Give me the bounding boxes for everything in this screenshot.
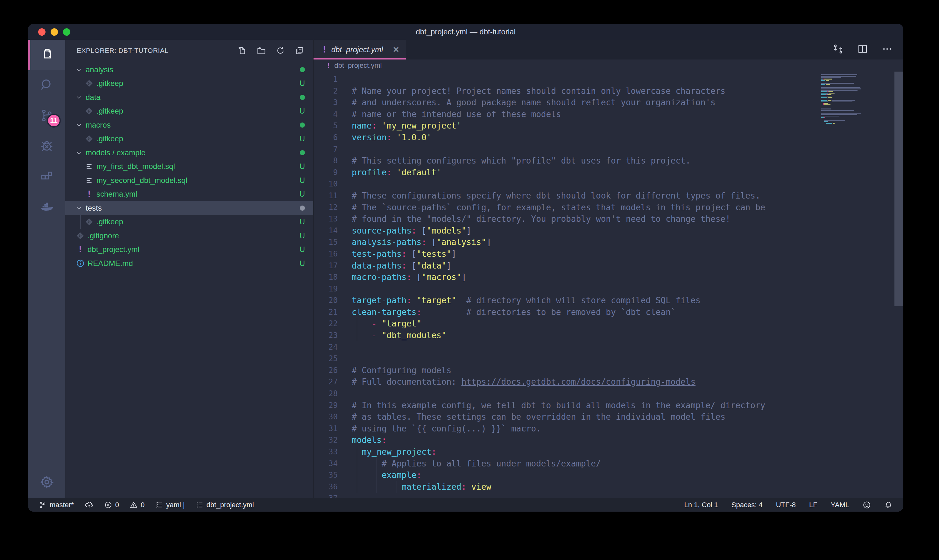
status-right-spaces-4[interactable]: Spaces: 4 (731, 501, 763, 509)
line-number: 35 (314, 469, 338, 481)
status-left-master[interactable]: master* (39, 501, 74, 509)
line-number: 34 (314, 458, 338, 470)
indent-guide (357, 446, 357, 492)
tree-folder-models-example[interactable]: models / example (65, 146, 313, 160)
tree-item-label: .gitkeep (97, 106, 300, 115)
sidebar-item-search[interactable] (28, 70, 65, 101)
chevron-down-icon[interactable] (74, 122, 84, 128)
tree-file-schema-yml[interactable]: !schema.ymlU (65, 188, 313, 202)
code-line-5: 5name: 'my_new_project' (314, 120, 904, 132)
breadcrumb[interactable]: ! dbt_project.yml (314, 60, 904, 72)
explorer-header: EXPLORER: DBT-TUTORIAL (65, 40, 313, 62)
status-right-utf-8[interactable]: UTF-8 (776, 501, 796, 509)
line-number: 9 (314, 167, 338, 178)
docker-icon (40, 200, 54, 216)
checklist-icon (196, 501, 203, 509)
line-number: 12 (314, 202, 338, 214)
tree-file--gitkeep[interactable]: .gitkeepU (65, 215, 313, 229)
sidebar-item-settings[interactable] (28, 468, 65, 498)
tree-file-dbt-project-yml[interactable]: !dbt_project.ymlU (65, 243, 313, 257)
code-line-16: 16test-paths: ["tests"] (314, 248, 904, 260)
tree-file-my-first-dbt-model-sql[interactable]: my_first_dbt_model.sqlU (65, 160, 313, 174)
line-number: 31 (314, 423, 338, 435)
git-status-badge: U (300, 79, 305, 88)
tree-folder-data[interactable]: data (65, 90, 313, 105)
tree-file-my-second-dbt-model-sql[interactable]: my_second_dbt_model.sqlU (65, 174, 313, 188)
bell-icon (884, 501, 893, 509)
chevron-down-icon[interactable] (74, 149, 84, 156)
status-label: 0 (141, 501, 145, 509)
status-left-cloud-upload[interactable] (85, 500, 94, 509)
line-number: 8 (314, 155, 338, 167)
code-line-36: 36 materialized: view (314, 481, 904, 493)
code-line-26: 26# Configuring models (314, 365, 904, 376)
sidebar-item-source-control[interactable]: 11 (28, 101, 65, 131)
status-left-0[interactable]: 0 (130, 501, 145, 509)
breadcrumb-file: dbt_project.yml (334, 62, 382, 70)
extensions-icon (40, 169, 54, 185)
status-right-smiley[interactable] (863, 501, 871, 509)
sidebar-item-extensions[interactable] (28, 162, 65, 192)
minimap[interactable] (821, 73, 894, 126)
line-number: 23 (314, 330, 338, 342)
close-tab-icon[interactable]: ✕ (393, 45, 399, 55)
tree-folder-analysis[interactable]: analysis (65, 63, 313, 77)
status-right-bell[interactable] (884, 501, 893, 509)
maximize-window-button[interactable] (63, 28, 70, 35)
info-file-icon (75, 259, 86, 268)
vertical-scrollbar[interactable] (894, 72, 904, 306)
chevron-down-icon[interactable] (74, 205, 84, 211)
chevron-down-icon[interactable] (74, 66, 84, 73)
line-number: 28 (314, 388, 338, 400)
more-actions-icon[interactable] (882, 44, 893, 56)
cloud-upload-icon (85, 500, 94, 509)
tree-file--gitkeep[interactable]: .gitkeepU (65, 105, 313, 118)
code-line-23: 23 - "dbt_modules" (314, 330, 904, 342)
new-file-icon[interactable] (237, 46, 247, 55)
code-line-4: 4# name or the intended use of these mod… (314, 109, 904, 120)
editor-actions (833, 40, 904, 60)
status-left-dbt-project-yml[interactable]: dbt_project.yml (196, 501, 254, 509)
status-label: YAML (831, 501, 849, 509)
split-editor-icon[interactable] (857, 44, 868, 55)
new-folder-icon[interactable] (257, 46, 266, 55)
tree-file-readme-md[interactable]: README.mdU (65, 257, 313, 271)
code-line-17: 17data-paths: ["data"] (314, 260, 904, 272)
tree-file--gitkeep[interactable]: .gitkeepU (65, 132, 313, 146)
tree-file--gitkeep[interactable]: .gitkeepU (65, 77, 313, 91)
error-circle-icon (105, 501, 112, 509)
minimize-window-button[interactable] (51, 28, 58, 35)
sidebar-item-docker[interactable] (28, 192, 65, 223)
line-number: 16 (314, 248, 338, 260)
status-left-0[interactable]: 0 (105, 501, 119, 509)
status-label: UTF-8 (776, 501, 796, 509)
code-line-30: 30# as tables. These settings can be ove… (314, 411, 904, 423)
yaml-file-icon: ! (322, 45, 327, 54)
git-file-icon (75, 232, 86, 240)
line-number: 1 (314, 74, 338, 85)
status-right-yaml[interactable]: YAML (831, 501, 849, 509)
tab-dbt-project-yml[interactable]: ! dbt_project.yml ✕ (314, 40, 406, 60)
tree-file--gitignore[interactable]: .gitignoreU (65, 229, 313, 243)
refresh-icon[interactable] (276, 46, 285, 55)
sidebar-item-explorer[interactable] (28, 40, 65, 70)
collapse-all-icon[interactable] (295, 46, 304, 55)
traffic-lights (38, 24, 70, 40)
close-window-button[interactable] (38, 28, 46, 35)
status-right-lf[interactable]: LF (809, 501, 817, 509)
git-file-icon (84, 79, 94, 88)
open-changes-icon[interactable] (833, 44, 844, 56)
code-line-8: 8# This setting configures which "profil… (314, 155, 904, 167)
code-editor[interactable]: 12# Name your project! Project names sho… (314, 72, 904, 498)
chevron-down-icon[interactable] (74, 94, 84, 100)
smiley-icon (863, 501, 871, 509)
code-line-20: 20target-path: "target" # directory whic… (314, 295, 904, 306)
sidebar-item-debug[interactable] (28, 131, 65, 162)
tree-folder-macros[interactable]: macros (65, 118, 313, 132)
status-right-ln-1-col-1[interactable]: Ln 1, Col 1 (684, 501, 718, 509)
status-left-yaml[interactable]: yaml | (155, 501, 185, 509)
code-line-6: 6version: '1.0.0' (314, 132, 904, 143)
code-line-32: 32models: (314, 434, 904, 446)
code-line-18: 18macro-paths: ["macros"] (314, 271, 904, 283)
tree-folder-tests[interactable]: tests (65, 201, 313, 215)
